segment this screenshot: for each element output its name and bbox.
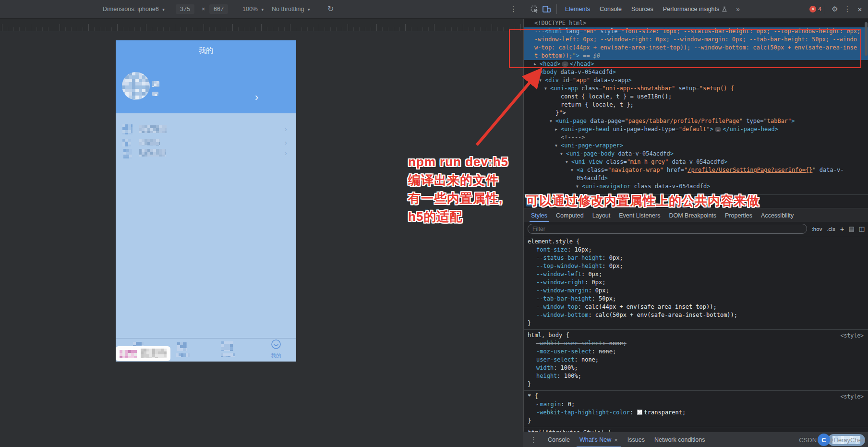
rendering-emulation-icon[interactable]: ▤ (848, 225, 854, 232)
dom-tree-line[interactable]: <!DOCTYPE html> (524, 19, 868, 27)
css-declaration[interactable]: --window-right: 0px; (524, 278, 868, 287)
inspect-element-button[interactable] (528, 3, 541, 15)
sidebar-tab-dom-breakpoints[interactable]: DOM Breakpoints (664, 208, 721, 222)
chevron-right-icon[interactable]: › (285, 150, 287, 157)
sidebar-tab-properties[interactable]: Properties (721, 208, 757, 222)
device-dimensions-select[interactable]: Dimensions: iphone6 ▾ (103, 0, 165, 18)
computed-sidebar-icon[interactable]: ◫ (859, 225, 865, 232)
tab-icon-blurred[interactable] (221, 341, 233, 351)
filter-tool-cls[interactable]: .cls (827, 226, 835, 232)
drawer-menu-button[interactable]: ⋮ (530, 432, 537, 447)
rotate-viewport-button[interactable]: ↻ (327, 0, 334, 18)
dom-tree-line[interactable]: ▼<div id="app" data-v-app> (524, 76, 868, 85)
drawer-tab-network-conditions[interactable]: Network conditions (650, 432, 710, 447)
dom-tree-line[interactable]: ▼<uni-app class="uni-app--showtabbar" se… (524, 85, 868, 93)
dom-tree-line[interactable]: ···<html lang="en" style="font-size: 16p… (524, 27, 868, 36)
drawer-tab-issues[interactable]: Issues (623, 432, 650, 447)
chevron-right-icon[interactable]: › (285, 139, 287, 146)
tab-console[interactable]: Console (595, 0, 627, 18)
css-declaration[interactable]: --window-margin: 0px; (524, 287, 868, 295)
filter-input[interactable] (528, 224, 807, 234)
css-declaration[interactable]: --top-window-height: 0px; (524, 262, 868, 270)
sidebar-tab-event-listeners[interactable]: Event Listeners (615, 208, 664, 222)
avatar[interactable] (122, 72, 150, 100)
dom-tree-line[interactable]: return { locale, t }; (524, 101, 868, 109)
multiply-icon: × (202, 0, 205, 18)
drawer-tab-console[interactable]: Console (543, 432, 575, 447)
css-declaration[interactable]: --window-top: calc(44px + env(safe-area-… (524, 303, 868, 311)
tab-icon-blurred[interactable] (177, 342, 187, 351)
dom-tree-line[interactable]: ▼<uni-page-body data-v-054acdfd> (524, 150, 868, 158)
css-declaration[interactable]: -webkit-user-select: none; (524, 339, 868, 348)
sidebar-tab-layout[interactable]: Layout (588, 208, 615, 222)
breadcrumb-item[interactable]: body (546, 197, 566, 206)
throttling-select[interactable]: No throttling ▾ (272, 0, 310, 18)
css-declaration[interactable]: --window-left: 0px; (524, 270, 868, 278)
error-badge[interactable]: × 4 (809, 6, 821, 12)
css-property-name: user-select (536, 356, 574, 363)
dom-tree-line[interactable]: w-top: calc(44px + env(safe-area-inset-t… (524, 44, 868, 52)
dom-tree-line[interactable]: ▼<uni-view class="min-h-grey" data-v-054… (524, 158, 868, 166)
chevron-right-icon[interactable]: › (285, 126, 287, 133)
css-declaration[interactable]: ▸margin: 0; (524, 400, 868, 409)
sidebar-tab-computed[interactable]: Computed (552, 208, 588, 222)
viewport-width-field[interactable]: 375 (176, 0, 194, 18)
tab-label: Elements (565, 0, 590, 18)
tab-performance-insights[interactable]: Performance insights (658, 0, 732, 18)
stylesheet-link[interactable]: <style> (841, 393, 864, 401)
chevron-right-icon[interactable]: › (255, 92, 258, 103)
expand-arrow-icon: ▼ (566, 158, 571, 166)
css-declaration[interactable]: user-select: none; (524, 356, 868, 364)
expand-icon[interactable]: ▸ (536, 402, 539, 407)
css-declaration[interactable]: -webkit-tap-highlight-color: transparent… (524, 409, 868, 417)
tab-profile[interactable]: 我的 (265, 339, 287, 359)
css-declaration[interactable]: font-size: 16px; (524, 246, 868, 254)
scrollbar-thumb[interactable] (865, 22, 868, 56)
viewport-height-field[interactable]: 667 (209, 0, 228, 18)
filter-tool-hov[interactable]: :hov (812, 226, 822, 232)
dom-tree-line[interactable]: }"> (524, 109, 868, 117)
close-devtools-button[interactable]: × (854, 3, 866, 15)
css-declaration[interactable]: --status-bar-height: 0px; (524, 254, 868, 262)
settings-button[interactable]: ⚙ (829, 3, 841, 15)
sidebar-tab-styles[interactable]: Styles (527, 208, 552, 222)
css-declaration[interactable]: height: 100%; (524, 372, 868, 380)
close-icon[interactable]: × (614, 436, 618, 444)
tab-label-blurred (221, 353, 235, 357)
dom-tree-line[interactable]: ▼<body data-v-054acdfd> (524, 68, 868, 76)
css-declaration[interactable]: --tab-bar-height: 50px; (524, 295, 868, 303)
tab-elements[interactable]: Elements (560, 0, 595, 18)
css-selector[interactable]: element.style { (524, 238, 868, 246)
dom-tree-line[interactable]: ▼<uni-page data-page="pages/tabbar/profi… (524, 117, 868, 125)
css-declaration[interactable]: width: 100%; (524, 364, 868, 372)
dom-tree-line[interactable]: ▼<uni-navigator class data-v-054acdfd> (524, 182, 868, 191)
drawer-tab-what-s-new[interactable]: What's New× (575, 432, 623, 447)
ruler-tick (209, 27, 210, 31)
css-declaration[interactable]: --window-bottom: calc(50px + env(safe-ar… (524, 311, 868, 319)
dom-tree-line[interactable]: ▼<uni-page-wrapper> (524, 142, 868, 150)
code-token: head (577, 60, 591, 67)
stylesheet-link[interactable]: <style> (841, 332, 864, 340)
more-tabs-button[interactable]: » (732, 5, 744, 13)
css-selector[interactable]: html, body { (524, 331, 868, 339)
breadcrumb-item[interactable]: html (526, 197, 545, 206)
tab-sources[interactable]: Sources (627, 0, 658, 18)
drawer-tab-label: Network conditions (654, 436, 705, 443)
dom-tree-line[interactable]: 054acdfd> (524, 174, 868, 182)
dom-tree-line[interactable]: ▶<head>…</head> (524, 60, 868, 68)
toggle-device-toolbar-button[interactable] (541, 3, 553, 15)
css-declaration[interactable]: -moz-user-select: none; (524, 348, 868, 356)
dom-tree-line[interactable]: ▼<a class="navigator-wrap" href="/profil… (524, 166, 868, 174)
sidebar-tab-accessibility[interactable]: Accessibility (757, 208, 798, 222)
dom-tree-line[interactable]: -window-left: 0px; --window-right: 0px; … (524, 36, 868, 44)
device-toolbar-menu-button[interactable]: ⋮ (510, 0, 517, 18)
css-selector[interactable]: * { (524, 392, 868, 400)
dom-tree-line[interactable]: const { locale, t } = useI18n(); (524, 93, 868, 101)
devtools-menu-button[interactable]: ⋮ (841, 3, 854, 15)
dom-tree-line[interactable]: <!----> (524, 133, 868, 142)
zoom-select[interactable]: 100% ▾ (242, 0, 264, 18)
dom-tree-line[interactable]: t-bottom));"> == $0 (524, 52, 868, 60)
color-swatch[interactable] (637, 410, 642, 415)
dom-tree-line[interactable]: ▶<uni-page-head uni-page-head-type="defa… (524, 125, 868, 133)
filter-tool-[interactable]: + (840, 225, 844, 233)
